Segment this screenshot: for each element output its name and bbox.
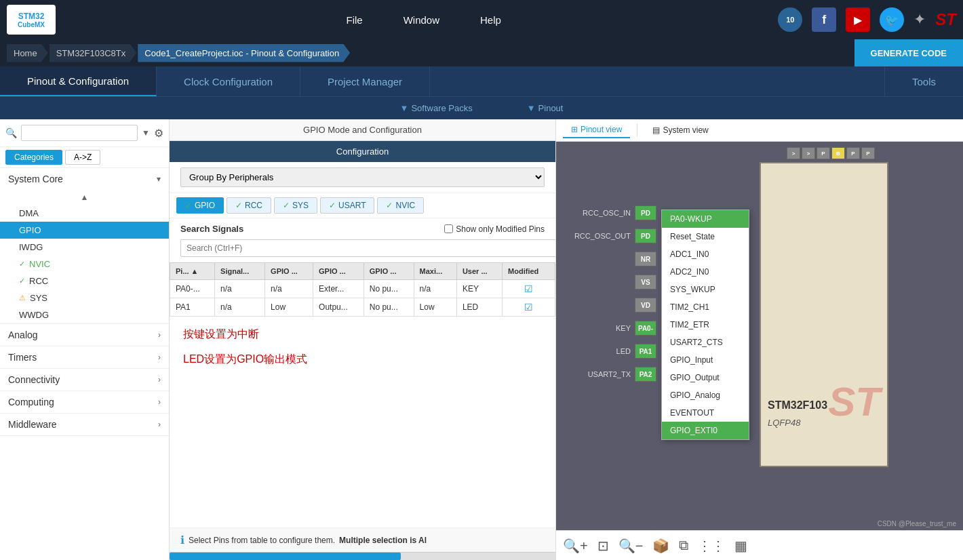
sidebar-item-dma[interactable]: DMA: [0, 205, 169, 222]
tab-project-manager[interactable]: Project Manager: [300, 66, 430, 96]
pin-pa2-usart2[interactable]: PA2: [635, 367, 656, 382]
tab-tools[interactable]: Tools: [884, 66, 963, 96]
app-logo: STM32 CubeMX: [7, 5, 56, 35]
ctx-item-usart2-cts[interactable]: USART2_CTS: [662, 334, 749, 351]
section-system-core-header[interactable]: System Core ▾: [0, 168, 169, 190]
subtab-pinout[interactable]: ▼ Pinout: [527, 103, 564, 113]
subtab-software-packs[interactable]: ▼ Software Packs: [400, 103, 473, 113]
scroll-thumb[interactable]: [170, 553, 401, 560]
bc-device[interactable]: STM32F103C8Tx: [50, 44, 137, 62]
facebook-icon[interactable]: f: [812, 7, 836, 32]
info-icon: ℹ: [180, 534, 184, 546]
sidebar-item-sys[interactable]: ⚠ SYS: [0, 289, 169, 306]
show-modified-checkbox[interactable]: [444, 224, 453, 233]
settings-icon[interactable]: ⚙: [154, 127, 163, 140]
split-view-icon[interactable]: ⧉: [679, 538, 688, 553]
section-middleware-header[interactable]: Middleware ›: [0, 414, 169, 435]
cell-pin: PA0-...: [170, 280, 215, 298]
ctx-item-adc2-in0[interactable]: ADC2_IN0: [662, 263, 749, 281]
pin-pd-rcc-in[interactable]: PD: [635, 205, 656, 220]
ctx-item-eventout[interactable]: EVENTOUT: [662, 404, 749, 422]
top-pin: >: [802, 147, 815, 159]
ctx-item-tim2-ch1[interactable]: TIM2_CH1: [662, 298, 749, 316]
pin-pa0-key[interactable]: PA0-: [635, 321, 656, 336]
center-panel: GPIO Mode and Configuration Configuratio…: [170, 119, 556, 560]
bc-project[interactable]: Code1_CreateProject.ioc - Pinout & Confi…: [138, 44, 350, 62]
sidebar-item-gpio[interactable]: GPIO: [0, 222, 169, 239]
ctx-item-reset-state[interactable]: Reset_State: [662, 228, 749, 245]
generate-code-button[interactable]: GENERATE CODE: [854, 39, 963, 66]
pin-nr[interactable]: NR: [635, 252, 656, 266]
chip-area: > > P B P P VBAT RCC_OSC_IN PD RCC_OSC_O…: [556, 142, 963, 530]
bc-home[interactable]: Home: [7, 44, 48, 62]
top-pin: P: [817, 147, 830, 159]
pin-vs[interactable]: VS: [635, 275, 656, 289]
table-view-icon[interactable]: ▦: [734, 538, 747, 554]
chip-view-icon[interactable]: 📦: [652, 538, 669, 554]
pin-pa1-led[interactable]: PA1: [635, 344, 656, 359]
pin-row-usart2-tx: USART2_TX PA2: [563, 364, 656, 384]
horizontal-scrollbar[interactable]: [170, 552, 555, 560]
filter-nvic[interactable]: ✓ NVIC: [377, 197, 424, 214]
filter-gpio[interactable]: ✓ GPIO: [176, 197, 224, 214]
sidebar-search-area: 🔍 ▼ ⚙: [0, 119, 169, 147]
twitter-icon[interactable]: 🐦: [880, 7, 904, 32]
network-icon[interactable]: ✦: [913, 11, 926, 28]
ctx-item-adc1-in0[interactable]: ADC1_IN0: [662, 245, 749, 263]
az-tab-button[interactable]: A->Z: [65, 150, 100, 165]
section-analog-header[interactable]: Analog ›: [0, 324, 169, 346]
categories-tab-button[interactable]: Categories: [5, 150, 62, 165]
frame-icon[interactable]: ⊡: [597, 538, 609, 554]
sidebar-item-wwdg[interactable]: WWDG: [0, 306, 169, 323]
ctx-item-gpio-analog[interactable]: GPIO_Analog: [662, 386, 749, 404]
section-timers-header[interactable]: Timers ›: [0, 346, 169, 368]
sidebar-search-input[interactable]: [21, 125, 138, 141]
system-view-button[interactable]: ▤ System view: [644, 123, 716, 138]
filter-sys[interactable]: ✓ SYS: [274, 197, 317, 214]
columns-icon[interactable]: ⋮⋮: [698, 538, 725, 554]
col-gpio2: GPIO ...: [313, 263, 364, 280]
pin-vd[interactable]: VD: [635, 298, 656, 313]
dropdown-arrow-icon[interactable]: ▼: [142, 128, 150, 138]
table-row[interactable]: PA0-... n/a n/a Exter... No pu... n/a KE…: [170, 280, 555, 298]
ctx-item-tim2-etr[interactable]: TIM2_ETR: [662, 316, 749, 334]
menu-bar: File Window Help: [69, 14, 778, 26]
pin-row-vs: VS: [563, 272, 656, 292]
signal-search-input[interactable]: [180, 239, 556, 257]
annotation-interrupt: 按键设置为中断: [170, 317, 555, 347]
filter-rcc[interactable]: ✓ RCC: [227, 197, 271, 214]
menu-help[interactable]: Help: [480, 14, 501, 26]
ctx-item-sys-wkup[interactable]: SYS_WKUP: [662, 281, 749, 298]
table-row[interactable]: PA1 n/a Low Outpu... No pu... Low LED ☑: [170, 298, 555, 317]
pin-row-rcc-osc-out: RCC_OSC_OUT PD: [563, 226, 656, 246]
top-icons: 10 f ▶ 🐦 ✦ ST: [778, 7, 956, 32]
section-computing-header[interactable]: Computing ›: [0, 391, 169, 413]
tab-clock[interactable]: Clock Configuration: [157, 66, 300, 96]
cell-modified[interactable]: ☑: [503, 298, 555, 317]
top-pin: P: [846, 147, 860, 159]
youtube-icon[interactable]: ▶: [846, 7, 870, 32]
separator: [637, 123, 637, 137]
ctx-item-pa0-wkup[interactable]: PA0-WKUP: [662, 210, 749, 228]
menu-file[interactable]: File: [346, 14, 362, 26]
sidebar-item-iwdg[interactable]: IWDG: [0, 239, 169, 256]
zoom-in-icon[interactable]: 🔍+: [563, 538, 588, 554]
main-content: 🔍 ▼ ⚙ Categories A->Z System Core ▾ ▲ DM…: [0, 119, 963, 560]
menu-window[interactable]: Window: [404, 14, 439, 26]
filter-usart[interactable]: ✓ USART: [320, 197, 374, 214]
tab-pinout[interactable]: Pinout & Configuration: [0, 66, 157, 96]
group-by-select[interactable]: Group By Peripherals: [180, 167, 545, 187]
chevron-icon: ▼: [400, 103, 409, 113]
ctx-item-gpio-exti0[interactable]: GPIO_EXTI0: [662, 422, 749, 439]
sidebar-item-nvic[interactable]: ✓ NVIC: [0, 256, 169, 273]
zoom-out-icon[interactable]: 🔍−: [618, 538, 644, 554]
cell-modified[interactable]: ☑: [503, 280, 555, 298]
section-connectivity-header[interactable]: Connectivity ›: [0, 369, 169, 391]
search-icon: 🔍: [5, 127, 17, 138]
panel-title: GPIO Mode and Configuration: [170, 119, 555, 141]
sidebar-item-rcc[interactable]: ✓ RCC: [0, 273, 169, 289]
pin-pd-rcc-out[interactable]: PD: [635, 228, 656, 243]
ctx-item-gpio-input[interactable]: GPIO_Input: [662, 351, 749, 369]
pinout-view-button[interactable]: ⊞ Pinout view: [563, 122, 630, 138]
ctx-item-gpio-output[interactable]: GPIO_Output: [662, 369, 749, 386]
